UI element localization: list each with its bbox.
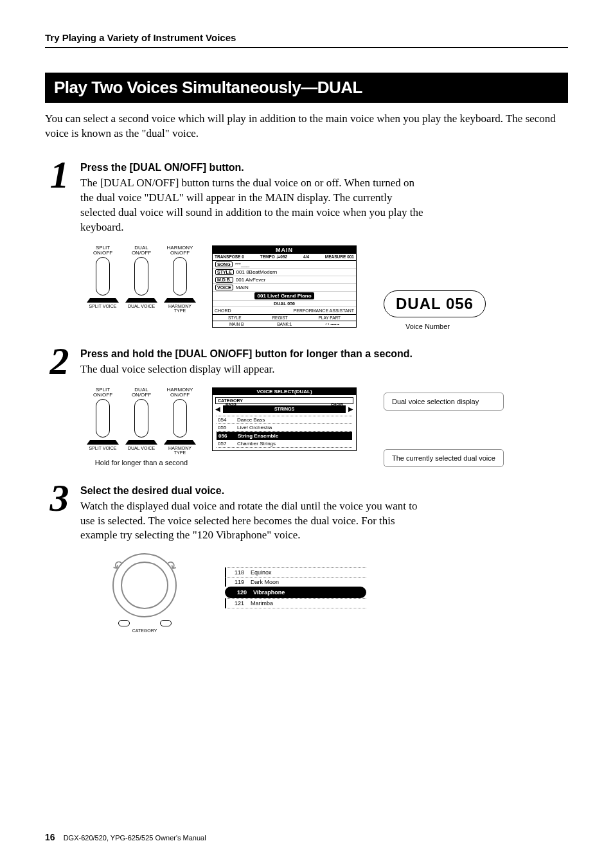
tag-style: STYLE xyxy=(215,269,234,275)
step-number: 3 xyxy=(45,483,74,513)
header-underline xyxy=(45,47,568,48)
page-number: 16 xyxy=(45,832,55,842)
voice-item: 119Dark Moon xyxy=(225,577,366,587)
voice-item: 057Chamber Strings xyxy=(217,440,352,448)
step-body: The dual voice selection display will ap… xyxy=(80,362,427,377)
btn-label-dual: DUAL ON/OFF xyxy=(125,245,157,256)
lcd-main: MAIN TRANSPOSE 0 TEMPO ♩=092 4/4 MEASURE… xyxy=(212,245,357,328)
callout-current-dual: The currently selected dual voice xyxy=(384,449,504,467)
cat-left: BASS xyxy=(226,400,236,408)
lcd-voice-list-small: 118Equinox 119Dark Moon 120Vibraphone 12… xyxy=(225,567,366,608)
dual-badge: DUAL 056 xyxy=(384,290,486,317)
step-heading: Select the desired dual voice. xyxy=(80,485,568,497)
lcd-bottom-playpart: PLAY PART xyxy=(318,315,341,320)
under-split: SPLIT VOICE xyxy=(87,440,119,455)
figure-step1: SPLIT ON/OFF DUAL ON/OFF HARMONY ON/OFF … xyxy=(84,245,568,330)
under-harmony: HARMONY TYPE xyxy=(164,440,196,455)
dual-button[interactable] xyxy=(134,399,148,438)
lcd-voice-select: VOICE SELECT(DUAL) CATEGORY ◀ BASS STRIN… xyxy=(212,387,357,451)
voice-item: 054Dance Bass xyxy=(217,416,352,424)
lcd-dual-line: DUAL 056 xyxy=(274,301,295,306)
lcd-perf: PERFORMANCE ASSISTANT xyxy=(294,308,354,313)
buttons-panel: SPLIT ON/OFF DUAL ON/OFF HARMONY ON/OFF … xyxy=(84,245,199,313)
hold-caption: Hold for longer than a second xyxy=(84,459,199,466)
cat-right-icon[interactable]: ▶ xyxy=(348,405,353,412)
voice-item: 055Live! Orchestra xyxy=(217,424,352,432)
lcd-bottom-regist: REGIST xyxy=(272,315,287,320)
split-button[interactable] xyxy=(96,257,110,296)
lcd-tempo: TEMPO ♩=092 xyxy=(260,254,288,260)
lcd-main-title: MAIN xyxy=(213,246,356,254)
cat-center: STRINGS xyxy=(274,407,294,411)
btn-label-harmony: HARMONY ON/OFF xyxy=(164,245,196,256)
voice-item-selected: 120Vibraphone xyxy=(225,587,366,598)
tag-song: SONG xyxy=(215,261,233,267)
lcd-timesig: 4/4 xyxy=(303,254,309,260)
callout-selection-display: Dual voice selection display xyxy=(384,393,504,411)
under-split: SPLIT VOICE xyxy=(87,298,119,313)
lcd-mainb: MAIN B xyxy=(229,322,244,326)
voice-list: 054Dance Bass 055Live! Orchestra 056Stri… xyxy=(217,416,352,448)
lcd-song: ***___ xyxy=(235,261,250,267)
section-header: Try Playing a Variety of Instrument Voic… xyxy=(45,32,568,43)
lcd-indicators: ‹ › ▪▪▪▪▪▪ xyxy=(325,322,339,326)
voice-item: 121Marimba xyxy=(225,598,366,608)
lcd-chord: CHORD xyxy=(215,308,231,313)
tag-voice: VOICE xyxy=(215,285,233,290)
voice-number-label: Voice Number xyxy=(405,323,450,330)
lcd-voice-name: 001 Live! Grand Piano xyxy=(254,292,314,299)
btn-label-harmony: HARMONY ON/OFF xyxy=(164,387,196,398)
dial-caption: CATEGORY xyxy=(103,628,186,633)
page-title: Play Two Voices Simultaneously—DUAL xyxy=(45,73,568,103)
manual-name: DGX-620/520, YPG-625/525 Owner's Manual xyxy=(64,834,206,842)
lcd-style: 001 8BeatModern xyxy=(236,269,278,275)
step-number: 1 xyxy=(45,159,74,190)
lcd-measure: MEASURE 001 xyxy=(325,254,354,260)
lcd-mdb: 001 AlvFever xyxy=(236,277,266,283)
category-band: BASS STRINGS CHOIR xyxy=(223,405,346,413)
step-heading: Press the [DUAL ON/OFF] button. xyxy=(80,162,568,173)
under-harmony: HARMONY TYPE xyxy=(164,298,196,313)
step-number: 2 xyxy=(45,346,74,376)
lcd-bank: BANK:1 xyxy=(277,322,292,326)
under-dual: DUAL VOICE xyxy=(125,298,157,313)
lcd2-title: VOICE SELECT(DUAL) xyxy=(213,388,356,395)
step-heading: Press and hold the [DUAL ON/OFF] button … xyxy=(80,348,568,360)
btn-label-split: SPLIT ON/OFF xyxy=(87,245,119,256)
step-1: 1 Press the [DUAL ON/OFF] button. The [D… xyxy=(45,159,568,235)
harmony-button[interactable] xyxy=(173,399,187,438)
cat-left-icon[interactable]: ◀ xyxy=(215,405,220,412)
dial-minus-button[interactable] xyxy=(118,620,130,626)
footer: 16 DGX-620/520, YPG-625/525 Owner's Manu… xyxy=(45,832,206,842)
voice-item-selected: 056String Ensemble xyxy=(217,432,352,440)
cat-right: CHOIR xyxy=(331,400,343,408)
figure-step2: SPLIT ON/OFF DUAL ON/OFF HARMONY ON/OFF … xyxy=(84,387,568,467)
lcd-bottom-style: STYLE xyxy=(228,315,242,320)
dial-plus-button[interactable] xyxy=(160,620,172,626)
step-3: 3 Select the desired dual voice. Watch t… xyxy=(45,483,568,544)
buttons-panel: SPLIT ON/OFF DUAL ON/OFF HARMONY ON/OFF … xyxy=(84,387,199,455)
step-2: 2 Press and hold the [DUAL ON/OFF] butto… xyxy=(45,346,568,377)
dual-button[interactable] xyxy=(134,257,148,296)
harmony-button[interactable] xyxy=(173,257,187,296)
lcd-voice-label: MAIN xyxy=(236,285,249,290)
step-body: Watch the displayed dual voice and rotat… xyxy=(80,499,427,544)
btn-label-split: SPLIT ON/OFF xyxy=(87,387,119,398)
dial[interactable]: ↶ ↷ CATEGORY xyxy=(103,553,186,633)
tag-mdb: M.D.B. xyxy=(215,277,233,283)
intro-text: You can select a second voice which will… xyxy=(45,112,568,141)
dial-arrow-right-icon: ↷ xyxy=(163,557,180,576)
under-dual: DUAL VOICE xyxy=(125,440,157,455)
split-button[interactable] xyxy=(96,399,110,438)
lcd-transpose: TRANSPOSE 0 xyxy=(215,254,244,260)
voice-item: 118Equinox xyxy=(225,567,366,577)
figure-step3: ↶ ↷ CATEGORY 118Equinox 119Dark Moon 120… xyxy=(103,553,568,633)
btn-label-dual: DUAL ON/OFF xyxy=(125,387,157,398)
step-body: The [DUAL ON/OFF] button turns the dual … xyxy=(80,176,427,235)
